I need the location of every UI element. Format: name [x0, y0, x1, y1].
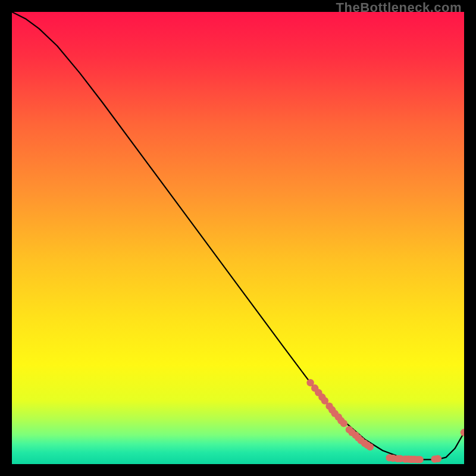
data-point — [367, 443, 374, 450]
chart-svg — [12, 12, 464, 464]
gradient-background — [12, 12, 464, 464]
chart-stage: TheBottleneck.com — [0, 0, 476, 476]
data-point — [416, 456, 423, 463]
data-point — [434, 455, 441, 462]
data-point — [340, 419, 347, 427]
